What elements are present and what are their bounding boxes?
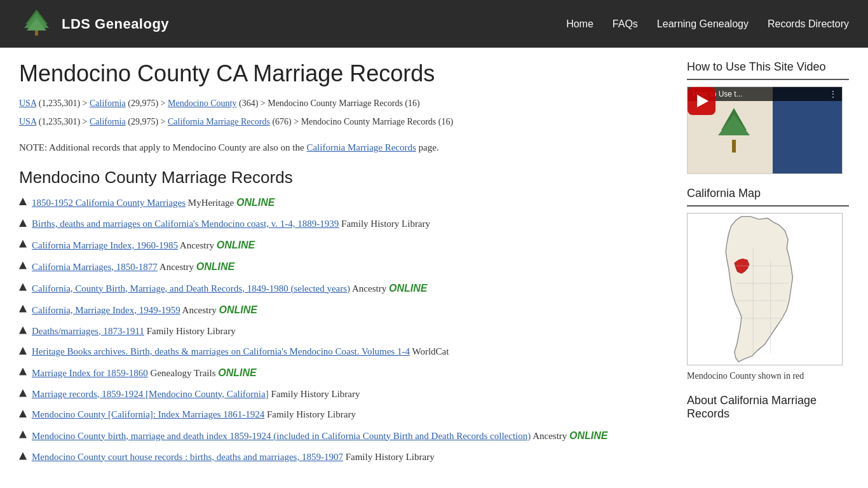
online-badge: ONLINE — [236, 197, 275, 208]
list-item: Mendocino County [California]: Index Mar… — [19, 407, 661, 422]
list-item: California Marriage Index, 1960-1985 Anc… — [19, 238, 661, 253]
bullet-icon — [19, 219, 27, 227]
list-item: Marriage records, 1859-1924 [Mendocino C… — [19, 387, 661, 402]
online-badge: ONLINE — [218, 367, 256, 378]
video-tree — [715, 105, 753, 156]
record-link[interactable]: Heritage Books archives. Birth, deaths &… — [32, 346, 410, 356]
breadcrumb-2: USA (1,235,301) > California (29,975) > … — [19, 115, 661, 128]
sidebar: How to Use This Site Video How to Use t.… — [687, 60, 849, 470]
bullet-icon — [19, 327, 27, 334]
page-title: Mendocino County CA Marriage Records — [19, 60, 661, 87]
bullet-icon — [19, 390, 27, 397]
record-link[interactable]: Marriage Index for 1859-1860 — [32, 368, 148, 378]
site-header: LDS Genealogy Home FAQs Learning Genealo… — [0, 0, 868, 48]
record-link[interactable]: Mendocino County [California]: Index Mar… — [32, 409, 264, 419]
video-divider — [687, 79, 849, 80]
map-divider — [687, 205, 849, 207]
record-link[interactable]: California Marriage Index, 1960-1985 — [32, 240, 178, 250]
record-link[interactable]: Marriage records, 1859-1924 [Mendocino C… — [32, 389, 269, 399]
map-section-title: California Map — [687, 187, 849, 200]
bullet-icon — [19, 431, 27, 438]
online-badge: ONLINE — [219, 304, 257, 315]
list-item: California Marriages, 1850-1877 Ancestry… — [19, 259, 661, 274]
main-nav: Home FAQs Learning Genealogy Records Dir… — [566, 18, 849, 30]
breadcrumb-usa-2[interactable]: USA — [19, 117, 36, 126]
record-link[interactable]: California, County Birth, Marriage, and … — [32, 283, 350, 294]
list-item: Mendocino County court house records : b… — [19, 450, 661, 464]
nav-records-directory[interactable]: Records Directory — [768, 18, 849, 30]
online-badge: ONLINE — [196, 261, 234, 272]
bullet-icon — [19, 410, 27, 417]
breadcrumb-usa-1[interactable]: USA — [19, 98, 36, 108]
record-link[interactable]: Births, deaths and marriages on Californ… — [32, 219, 339, 229]
list-item: 1850-1952 California County Marriages My… — [19, 195, 661, 210]
record-link[interactable]: Deaths/marriages, 1873-1911 — [32, 326, 144, 336]
online-badge: ONLINE — [569, 430, 607, 441]
play-triangle-icon — [697, 95, 709, 107]
logo-area: LDS Genealogy — [19, 6, 169, 41]
list-item: Heritage Books archives. Birth, deaths &… — [19, 344, 661, 359]
california-map-container: Mendocino County shown in red — [687, 213, 843, 381]
bullet-icon — [19, 283, 27, 291]
breadcrumb-california-2[interactable]: California — [90, 117, 126, 126]
about-section-title: About California Marriage Records — [687, 394, 849, 421]
breadcrumb-mendocino-county[interactable]: Mendocino County — [168, 98, 237, 108]
online-badge: ONLINE — [217, 240, 255, 250]
video-play-button[interactable] — [688, 87, 715, 115]
nav-learning-genealogy[interactable]: Learning Genealogy — [657, 18, 749, 30]
list-item: Marriage Index for 1859-1860 Genealogy T… — [19, 365, 661, 381]
breadcrumb-california-1[interactable]: California — [90, 98, 126, 108]
svg-marker-6 — [718, 114, 750, 135]
record-link[interactable]: 1850-1952 California County Marriages — [32, 198, 186, 208]
nav-home[interactable]: Home — [566, 18, 593, 30]
note-ca-marriage-link[interactable]: California Marriage Records — [306, 142, 416, 152]
bullet-icon — [19, 347, 27, 355]
nav-faqs[interactable]: FAQs — [613, 18, 638, 30]
svg-marker-7 — [726, 217, 792, 362]
video-section-title: How to Use This Site Video — [687, 60, 849, 74]
section-title: Mendocino County Marriage Records — [19, 168, 661, 187]
bullet-icon — [19, 198, 27, 205]
bullet-icon — [19, 305, 27, 313]
list-item: Deaths/marriages, 1873-1911 Family Histo… — [19, 324, 661, 339]
online-badge: ONLINE — [389, 283, 427, 294]
records-list: 1850-1952 California County Marriages My… — [19, 195, 661, 464]
map-caption: Mendocino County shown in red — [687, 371, 843, 381]
logo-icon — [19, 6, 54, 41]
record-link[interactable]: California, Marriage Index, 1949-1959 — [32, 305, 180, 315]
bullet-icon — [19, 452, 27, 460]
bullet-icon — [19, 368, 27, 376]
content-area: Mendocino County CA Marriage Records USA… — [19, 60, 661, 470]
bullet-icon — [19, 262, 27, 269]
list-item: Mendocino County birth, marriage and dea… — [19, 428, 661, 444]
breadcrumb-ca-marriage-records[interactable]: California Marriage Records — [168, 117, 270, 126]
california-map — [687, 213, 843, 365]
breadcrumb-1: USA (1,235,301) > California (29,975) > … — [19, 97, 661, 110]
video-thumbnail[interactable]: How to Use t... ⋮ — [687, 86, 843, 174]
bullet-icon — [19, 240, 27, 248]
logo-text: LDS Genealogy — [62, 16, 169, 32]
list-item: Births, deaths and marriages on Californ… — [19, 217, 661, 231]
list-item: California, Marriage Index, 1949-1959 An… — [19, 302, 661, 318]
video-menu-icon: ⋮ — [829, 90, 837, 98]
svg-rect-4 — [732, 140, 736, 152]
note-text: NOTE: Additional records that apply to M… — [19, 140, 661, 155]
list-item: California, County Birth, Marriage, and … — [19, 281, 661, 296]
main-container: Mendocino County CA Marriage Records USA… — [0, 48, 868, 483]
record-link[interactable]: Mendocino County court house records : b… — [32, 452, 343, 462]
record-link[interactable]: Mendocino County birth, marriage and dea… — [32, 431, 531, 441]
record-link[interactable]: California Marriages, 1850-1877 — [32, 262, 158, 272]
